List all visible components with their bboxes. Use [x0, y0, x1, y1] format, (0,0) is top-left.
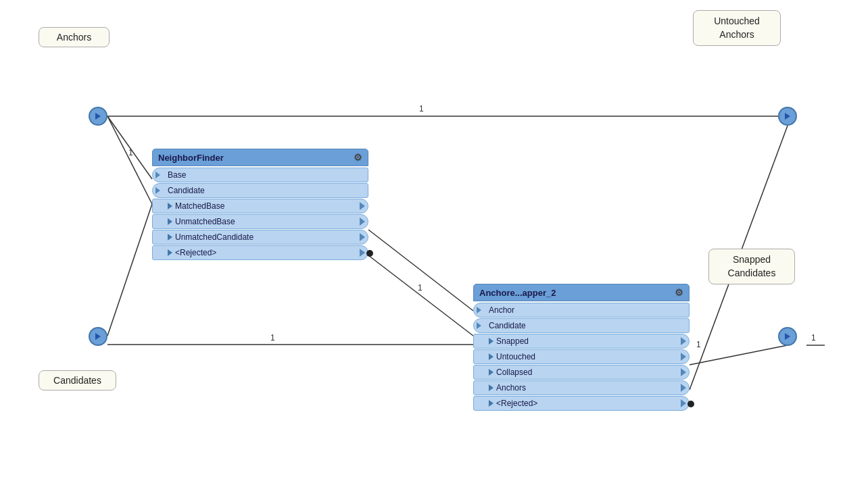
- anchors-label: Anchors: [39, 27, 110, 47]
- port-arrow-candidate: [155, 187, 160, 194]
- port-candidate-input[interactable]: Candidate: [152, 183, 368, 198]
- circle-candidates-node[interactable]: [89, 327, 107, 346]
- candidates-label: Candidates: [39, 370, 116, 390]
- port-untouched[interactable]: Untouched: [473, 349, 690, 364]
- svg-text:1: 1: [811, 333, 816, 343]
- svg-text:1: 1: [270, 333, 275, 343]
- port-base[interactable]: Base: [152, 168, 368, 182]
- triangle-untouched: [489, 353, 493, 360]
- neighbor-finder-gear-icon[interactable]: ⚙: [354, 152, 362, 163]
- svg-line-11: [690, 345, 788, 365]
- svg-line-9: [368, 255, 473, 336]
- port-snapped[interactable]: Snapped: [473, 334, 690, 349]
- neighbor-finder-block: NeighborFinder ⚙ Base Candidate MatchedB…: [152, 149, 368, 261]
- port-unmatched-base[interactable]: UnmatchedBase: [152, 214, 368, 229]
- svg-line-4: [107, 116, 152, 204]
- anchore-mapper-gear-icon[interactable]: ⚙: [675, 287, 683, 298]
- port-unmatched-candidate[interactable]: UnmatchedCandidate: [152, 230, 368, 245]
- triangle-unmatched-base: [168, 218, 172, 225]
- anchore-mapper-title[interactable]: Anchore...apper_2 ⚙: [473, 284, 690, 301]
- port-untouched-label: Untouched: [496, 352, 535, 361]
- svg-line-2: [107, 116, 152, 179]
- triangle-anchors-out: [489, 384, 493, 391]
- triangle-matched-base: [168, 203, 172, 209]
- port-anchors-out-label: Anchors: [496, 383, 526, 393]
- svg-line-8: [368, 230, 473, 311]
- circle-snapped-node[interactable]: [778, 327, 797, 346]
- port-candidate-am[interactable]: Candidate: [473, 318, 690, 333]
- port-rejected-nf[interactable]: <Rejected>: [152, 245, 368, 260]
- port-matched-base[interactable]: MatchedBase: [152, 199, 368, 213]
- port-rejected-am-label: <Rejected>: [496, 399, 537, 408]
- neighbor-finder-label: NeighborFinder: [158, 153, 224, 163]
- neighbor-finder-title[interactable]: NeighborFinder ⚙: [152, 149, 368, 166]
- triangle-snapped: [489, 338, 493, 345]
- svg-line-5: [107, 204, 152, 336]
- anchore-mapper-label: Anchore...apper_2: [479, 288, 556, 298]
- snapped-candidates-label: SnappedCandidates: [708, 249, 795, 284]
- anchore-mapper-block: Anchore...apper_2 ⚙ Anchor Candidate Sna…: [473, 284, 690, 411]
- port-base-label: Base: [168, 170, 186, 180]
- port-candidate-am-label: Candidate: [489, 321, 526, 330]
- port-rejected-nf-label: <Rejected>: [175, 248, 216, 257]
- svg-text:1: 1: [418, 283, 422, 293]
- dot-rejected-nf: [366, 250, 373, 257]
- triangle-unmatched-candidate: [168, 234, 172, 241]
- triangle-rejected-nf: [168, 249, 172, 256]
- port-snapped-label: Snapped: [496, 336, 529, 346]
- port-collapsed-label: Collapsed: [496, 368, 532, 377]
- port-collapsed[interactable]: Collapsed: [473, 365, 690, 380]
- untouched-anchors-label: Untouched Anchors: [693, 10, 781, 46]
- circle-untouched-node[interactable]: [778, 107, 797, 126]
- svg-text:1: 1: [128, 148, 133, 157]
- dot-rejected-am: [687, 401, 694, 407]
- port-unmatched-base-label: UnmatchedBase: [175, 217, 235, 226]
- svg-text:1: 1: [696, 340, 701, 349]
- triangle-collapsed: [489, 369, 493, 376]
- circle-anchors-node[interactable]: [89, 107, 107, 126]
- port-candidate-label: Candidate: [168, 186, 205, 195]
- port-arrow-base: [155, 172, 160, 178]
- port-unmatched-candidate-label: UnmatchedCandidate: [175, 232, 254, 242]
- port-arrow-candidate-am: [477, 322, 481, 329]
- port-rejected-am[interactable]: <Rejected>: [473, 396, 690, 411]
- port-matched-base-label: MatchedBase: [175, 201, 224, 211]
- port-arrow-anchor: [477, 307, 481, 313]
- diagram-container: 1 1 1 1 1 1 Anchors Untouched Anchors Ca…: [0, 0, 845, 504]
- port-anchors-out[interactable]: Anchors: [473, 380, 690, 395]
- triangle-rejected-am: [489, 400, 493, 407]
- port-anchor[interactable]: Anchor: [473, 303, 690, 318]
- svg-text:1: 1: [419, 104, 424, 114]
- port-anchor-label: Anchor: [489, 305, 514, 315]
